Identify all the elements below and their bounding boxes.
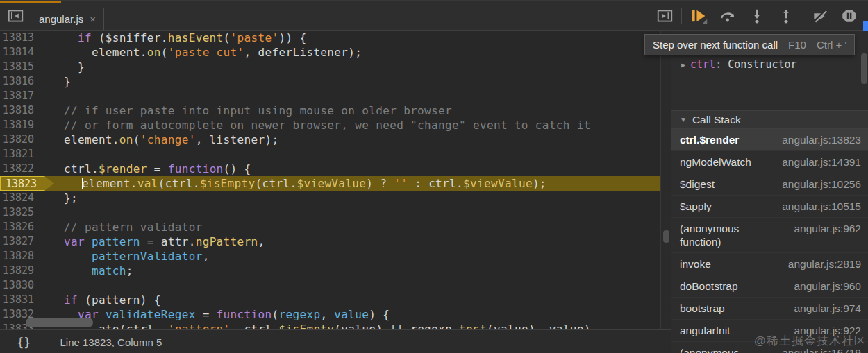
line-number[interactable]: 13816 bbox=[0, 74, 44, 89]
pause-on-exceptions-icon bbox=[840, 7, 858, 25]
drawer-toggle-icon bbox=[656, 7, 674, 25]
editor-vertical-scrollbar[interactable] bbox=[660, 31, 671, 329]
top-accent-bar bbox=[0, 1, 61, 3]
file-tab-strip: angular.js × bbox=[0, 1, 650, 30]
step-over-button[interactable] bbox=[713, 1, 742, 31]
line-number[interactable]: 13824 bbox=[0, 191, 44, 205]
code-line[interactable]: 13830 bbox=[0, 278, 671, 293]
frame-function-name: doBootstrap bbox=[680, 279, 738, 293]
step-over-icon bbox=[719, 7, 737, 25]
code-lines: 13813 if ($sniffer.hasEvent('paste')) {1… bbox=[0, 31, 671, 329]
line-number[interactable]: 13826 bbox=[0, 220, 44, 234]
call-stack-frame[interactable]: invokeangular.js:2819 bbox=[671, 253, 868, 275]
toggle-navigator-sidebar-button[interactable] bbox=[0, 1, 31, 30]
call-stack-frame[interactable]: (anonymous function)angular.js:16719 bbox=[671, 342, 868, 353]
tooltip-shortcut-ctrl: Ctrl + ' bbox=[817, 39, 846, 51]
code-text: if (pattern) { bbox=[44, 293, 671, 307]
editor-column: 13813 if ($sniffer.hasEvent('paste')) {1… bbox=[0, 31, 671, 353]
code-text: // pattern validator bbox=[44, 220, 671, 234]
code-text: element.on('paste cut', deferListener); bbox=[44, 45, 671, 60]
code-line[interactable]: 13829 match; bbox=[0, 264, 671, 278]
line-number[interactable]: 13813 bbox=[0, 31, 44, 45]
call-stack-frame[interactable]: ctrl.$renderangular.js:13823 bbox=[671, 129, 868, 151]
editor-vertical-scrollbar-thumb[interactable] bbox=[663, 230, 669, 243]
sidebar-scrollbar-thumb[interactable] bbox=[861, 53, 867, 84]
call-stack-frame[interactable]: angularInitangular.js:922 bbox=[671, 320, 868, 342]
frame-location: angular.js:13823 bbox=[782, 133, 861, 146]
code-editor[interactable]: 13813 if ($sniffer.hasEvent('paste')) {1… bbox=[0, 31, 671, 329]
code-text: patternValidator, bbox=[44, 249, 671, 264]
tooltip-shortcut-f10: F10 bbox=[788, 39, 806, 51]
call-stack-frame[interactable]: bootstrapangular.js:974 bbox=[671, 298, 868, 320]
code-text bbox=[44, 205, 671, 220]
code-text bbox=[44, 89, 671, 103]
code-line[interactable]: 13822 ctrl.$render = function() { bbox=[0, 162, 671, 176]
main-area: 13813 if ($sniffer.hasEvent('paste')) {1… bbox=[0, 31, 868, 353]
call-stack-title: Call Stack bbox=[692, 114, 741, 126]
line-number[interactable]: 13819 bbox=[0, 118, 44, 132]
line-number[interactable]: 13825 bbox=[0, 205, 44, 220]
sidebar-collapse-icon bbox=[6, 7, 25, 25]
code-line[interactable]: 13831 if (pattern) { bbox=[0, 293, 671, 307]
step-into-button[interactable] bbox=[742, 1, 771, 31]
cursor-position-text: Line 13823, Column 5 bbox=[60, 336, 162, 348]
call-stack-frame[interactable]: doBootstrapangular.js:960 bbox=[671, 275, 868, 298]
line-number[interactable]: 13814 bbox=[0, 45, 44, 60]
line-number[interactable]: 13829 bbox=[0, 264, 44, 278]
execution-line-number-badge[interactable]: 13823 bbox=[0, 176, 54, 191]
line-number[interactable]: 13827 bbox=[0, 234, 44, 249]
code-line[interactable]: 13825 bbox=[0, 205, 671, 220]
line-number[interactable]: 13831 bbox=[0, 293, 44, 307]
code-line[interactable]: 13817 bbox=[0, 89, 671, 103]
expand-triangle-icon[interactable]: ▶ bbox=[681, 61, 685, 69]
deactivate-breakpoints-icon bbox=[811, 7, 829, 25]
tab-close-icon[interactable]: × bbox=[90, 13, 96, 25]
code-line[interactable]: 13828 patternValidator, bbox=[0, 249, 671, 264]
code-line[interactable]: 13816 } bbox=[0, 74, 671, 89]
code-line[interactable]: 13826 // pattern validator bbox=[0, 220, 671, 234]
call-stack-frame[interactable]: ngModelWatchangular.js:14391 bbox=[671, 151, 868, 173]
call-stack-frame[interactable]: $digestangular.js:10256 bbox=[671, 173, 868, 196]
code-line[interactable]: 13814 element.on('paste cut', deferListe… bbox=[0, 45, 671, 60]
line-number[interactable]: 13828 bbox=[0, 249, 44, 264]
code-line[interactable]: 13821 bbox=[0, 147, 671, 162]
editor-horizontal-scrollbar-thumb[interactable] bbox=[26, 318, 93, 327]
execution-code-line[interactable]: 13823 element.val(ctrl.$isEmpty(ctrl.$vi… bbox=[0, 176, 671, 191]
line-number[interactable]: 13815 bbox=[0, 60, 44, 74]
frame-function-name: (anonymous function) bbox=[680, 346, 756, 353]
deactivate-breakpoints-button[interactable] bbox=[806, 1, 835, 31]
call-stack-frame[interactable]: (anonymous function)angular.js:962 bbox=[671, 218, 868, 253]
code-text: } bbox=[44, 60, 671, 74]
tab-title: angular.js bbox=[39, 13, 83, 25]
line-number[interactable]: 13830 bbox=[0, 278, 44, 293]
call-stack-frame[interactable]: $applyangular.js:10515 bbox=[671, 196, 868, 218]
scope-variable-ctrl[interactable]: ▶ ctrl: Constructor bbox=[671, 58, 868, 71]
frame-location: angular.js:14391 bbox=[782, 155, 861, 169]
line-number[interactable]: 13822 bbox=[0, 162, 44, 176]
step-over-tooltip: Step over next function call F10 Ctrl + … bbox=[644, 34, 855, 55]
step-out-button[interactable] bbox=[771, 1, 801, 31]
code-line[interactable]: 13818 // if user paste into input using … bbox=[0, 103, 671, 118]
line-number[interactable]: 13818 bbox=[0, 103, 44, 118]
code-line[interactable]: 13820 element.on('change', listener); bbox=[0, 132, 671, 147]
resume-script-button[interactable] bbox=[684, 1, 713, 31]
frame-function-name: angularInit bbox=[680, 324, 730, 337]
code-line[interactable]: 13813 if ($sniffer.hasEvent('paste')) { bbox=[0, 31, 671, 45]
frame-function-name: invoke bbox=[680, 257, 711, 270]
code-line[interactable]: 13819 // or form autocomplete on newer b… bbox=[0, 118, 671, 132]
line-number[interactable]: 13820 bbox=[0, 132, 44, 147]
code-line[interactable]: 13815 } bbox=[0, 60, 671, 74]
pause-on-exceptions-button[interactable] bbox=[835, 1, 864, 31]
show-drawer-button[interactable] bbox=[650, 1, 679, 31]
frame-location: angular.js:922 bbox=[794, 324, 861, 337]
line-number[interactable]: 13821 bbox=[0, 147, 44, 162]
call-stack-header[interactable]: ▼ Call Stack bbox=[671, 110, 868, 129]
tab-angular-js[interactable]: angular.js × bbox=[31, 8, 104, 30]
code-line[interactable]: 13832 var validateRegex = function(regex… bbox=[0, 307, 671, 322]
code-line[interactable]: 13827 var pattern = attr.ngPattern, bbox=[0, 234, 671, 249]
code-text: element.on('change', listener); bbox=[44, 132, 671, 147]
code-line[interactable]: 13824 }; bbox=[0, 191, 671, 205]
code-line[interactable]: 13833 ate(ctrl, 'pattern', ctrl.$isEmpty… bbox=[0, 322, 671, 329]
pretty-print-button[interactable]: {} bbox=[17, 336, 31, 350]
line-number[interactable]: 13817 bbox=[0, 89, 44, 103]
